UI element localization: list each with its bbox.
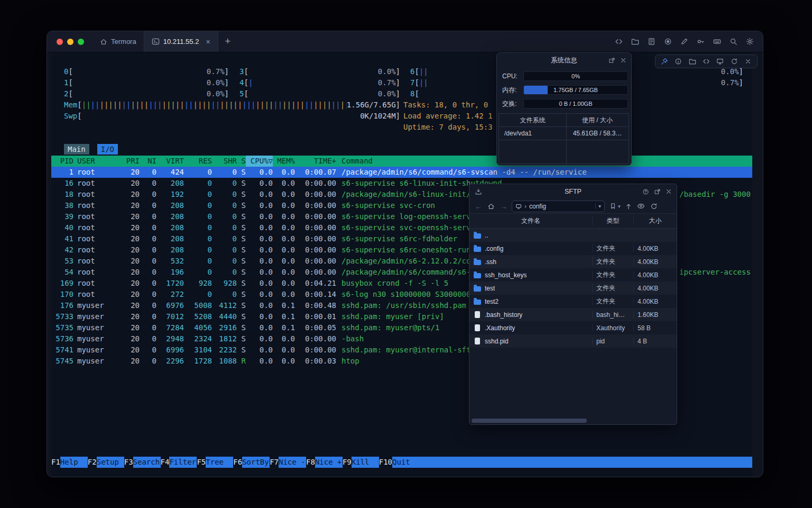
fn-quit[interactable]: Quit	[392, 457, 420, 468]
tab-termora[interactable]: Termora	[93, 31, 144, 52]
folder-icon[interactable]	[630, 37, 640, 47]
cpu-meter-5: 5[0.0%]	[239, 88, 400, 99]
home-icon[interactable]	[486, 202, 496, 211]
fn-filter[interactable]: Filter	[169, 457, 197, 468]
scrollbar-thumb[interactable]	[472, 419, 587, 423]
close-panel-icon[interactable]	[619, 56, 628, 65]
search-icon[interactable]	[728, 37, 738, 47]
edit-icon[interactable]	[679, 37, 689, 47]
column-header-pri[interactable]: PRI	[117, 156, 140, 167]
column-header-virt[interactable]: VIRT	[156, 156, 184, 167]
upload-icon[interactable]	[624, 202, 633, 211]
column-header-user[interactable]: USER	[77, 156, 117, 167]
sftp-row[interactable]: sshd.pidpid4 B	[469, 334, 677, 348]
cell-time: 0:00.00	[295, 344, 336, 356]
cell-virt: 208	[156, 244, 184, 256]
cell-user: root	[77, 178, 117, 189]
fn-setup[interactable]: Setup	[97, 457, 124, 468]
transfers-icon[interactable]	[474, 187, 483, 196]
cell-res: 0	[184, 189, 212, 200]
sftp-row[interactable]: .ssh文件夹4.00KB	[469, 255, 677, 268]
dropdown-caret-icon[interactable]: ▾	[595, 203, 601, 209]
cpu-meter-label: 8	[410, 88, 414, 99]
column-header-cpu[interactable]: CPU%▽	[246, 156, 273, 167]
minimize-window-button[interactable]	[67, 39, 73, 45]
file-type: 文件夹	[592, 257, 633, 266]
bookmark-icon[interactable]	[608, 202, 617, 211]
info-icon[interactable]	[673, 57, 683, 66]
log-icon[interactable]	[647, 37, 656, 47]
sftp-row[interactable]: ssh_host_keys文件夹4.00KB	[469, 268, 677, 282]
key-icon[interactable]	[696, 37, 705, 47]
help-icon[interactable]	[641, 187, 650, 196]
htop-tab-io[interactable]: I/O	[97, 144, 118, 155]
fn-tree[interactable]: Tree	[206, 457, 233, 468]
fn-key: F4	[161, 457, 170, 468]
cell-shr: 0	[212, 267, 237, 278]
keyboard-icon[interactable]	[712, 37, 722, 47]
close-icon[interactable]	[743, 57, 753, 66]
cell-user: root	[77, 167, 117, 178]
zoom-window-button[interactable]	[78, 39, 84, 45]
fn-nice-[interactable]: Nice -	[279, 457, 306, 468]
bookmark-caret-icon[interactable]: ▾	[618, 204, 621, 209]
col-header-size[interactable]: 大小	[633, 216, 677, 225]
code-icon[interactable]	[614, 37, 623, 47]
fn-search[interactable]: Search	[133, 457, 161, 468]
cell-user: root	[77, 189, 117, 200]
fn-sortby[interactable]: SortBy	[242, 457, 270, 468]
cell-time: 0:00.00	[295, 200, 336, 211]
column-header-s[interactable]: S	[237, 156, 246, 167]
folder-icon	[474, 233, 481, 239]
cell-pid: 5745	[51, 356, 73, 367]
back-icon[interactable]: ←	[474, 202, 483, 211]
horizontal-scrollbar[interactable]	[472, 419, 675, 423]
sftp-row[interactable]: test2文件夹4.00KB	[469, 295, 677, 308]
column-header-mem[interactable]: MEM%	[273, 156, 295, 167]
sync-icon[interactable]	[730, 57, 739, 66]
htop-tab-main[interactable]: Main	[64, 144, 89, 155]
new-tab-button[interactable]: +	[218, 31, 238, 52]
open-in-window-icon[interactable]	[652, 187, 662, 196]
cell-time: 0:00.00	[295, 178, 336, 189]
column-header-shr[interactable]: SHR	[212, 156, 237, 167]
column-header-pid[interactable]: PID	[51, 156, 73, 167]
col-header-type[interactable]: 类型	[592, 216, 633, 225]
refresh-icon[interactable]	[649, 202, 659, 211]
show-hidden-icon[interactable]	[636, 202, 646, 211]
sftp-row[interactable]: test文件夹4.00KB	[469, 282, 677, 295]
sftp-row[interactable]: .bash_historybash_hi…1.60KB	[469, 308, 677, 321]
meter-segment: |||||	[282, 101, 304, 109]
column-header-time[interactable]: TIME+	[295, 156, 336, 167]
process-row[interactable]: 1root20042400S0.00.00:00.07/package/admi…	[51, 167, 752, 178]
sftp-row[interactable]: ..	[469, 229, 677, 242]
code-icon[interactable]	[702, 57, 711, 66]
settings-icon[interactable]	[745, 37, 754, 47]
column-header-ni[interactable]: NI	[140, 156, 156, 167]
column-header-res[interactable]: RES	[184, 156, 212, 167]
path-breadcrumb[interactable]: › config ▾	[512, 201, 605, 212]
fn-kill[interactable]: Kill	[352, 457, 379, 468]
close-tab-icon[interactable]: ×	[206, 38, 210, 46]
pin-icon[interactable]	[660, 57, 669, 66]
cell-user: root	[77, 278, 117, 289]
sftp-row[interactable]: .config文件夹4.00KB	[469, 242, 677, 255]
col-header-filename[interactable]: 文件名	[469, 216, 592, 225]
file-name: ssh_host_keys	[469, 271, 592, 279]
cell-shr: 2232	[212, 344, 237, 356]
sftp-row[interactable]: .XauthorityXauthority58 B	[469, 321, 677, 334]
forward-icon[interactable]: →	[499, 202, 509, 211]
system-info-panel: 系统信息 CPU:0%内存:1.75GB / 7.65GB交换:0 B / 1.…	[496, 52, 632, 166]
open-in-window-icon[interactable]	[607, 56, 616, 65]
tab-ssh-session[interactable]: 10.211.55.2 ×	[144, 31, 218, 52]
filesystem-row[interactable]: /dev/vda1 45.61GB / 58.3…	[499, 127, 629, 140]
display-icon[interactable]	[715, 57, 725, 66]
cell-res: 0	[184, 289, 212, 300]
fn-help[interactable]: Help	[60, 457, 88, 468]
meter-label: Swp	[64, 111, 77, 122]
fn-nice-[interactable]: Nice +	[315, 457, 343, 468]
folder-icon[interactable]	[688, 57, 697, 66]
record-icon[interactable]	[663, 37, 672, 47]
close-panel-icon[interactable]	[664, 187, 673, 196]
close-window-button[interactable]	[57, 39, 63, 45]
